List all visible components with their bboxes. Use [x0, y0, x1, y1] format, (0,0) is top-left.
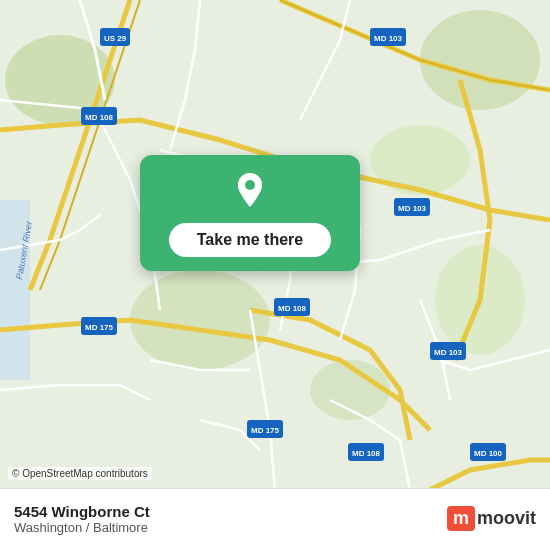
osm-attribution: © OpenStreetMap contributors: [8, 467, 152, 480]
moovit-icon: m: [447, 506, 475, 531]
svg-text:MD 103: MD 103: [374, 34, 403, 43]
svg-text:US 29: US 29: [104, 34, 127, 43]
moovit-text: moovit: [477, 508, 536, 529]
map-container: US 29 MD 103 MD 108 MD 108 MD 103 MD 103…: [0, 0, 550, 550]
svg-point-4: [130, 270, 270, 370]
svg-text:MD 175: MD 175: [251, 426, 280, 435]
take-me-there-button[interactable]: Take me there: [169, 223, 331, 257]
svg-text:MD 108: MD 108: [85, 113, 114, 122]
svg-text:MD 103: MD 103: [398, 204, 427, 213]
location-pin-icon: [228, 169, 272, 213]
svg-point-2: [420, 10, 540, 110]
svg-text:MD 108: MD 108: [278, 304, 307, 313]
address-title: 5454 Wingborne Ct: [14, 503, 150, 520]
popup-card: Take me there: [140, 155, 360, 271]
svg-text:MD 100: MD 100: [474, 449, 503, 458]
address-subtitle: Washington / Baltimore: [14, 520, 150, 535]
bottom-bar: 5454 Wingborne Ct Washington / Baltimore…: [0, 488, 550, 550]
svg-text:MD 108: MD 108: [352, 449, 381, 458]
moovit-logo: m moovit: [447, 506, 536, 531]
svg-text:MD 175: MD 175: [85, 323, 114, 332]
svg-text:MD 103: MD 103: [434, 348, 463, 357]
address-block: 5454 Wingborne Ct Washington / Baltimore: [14, 503, 150, 535]
svg-point-30: [245, 180, 255, 190]
